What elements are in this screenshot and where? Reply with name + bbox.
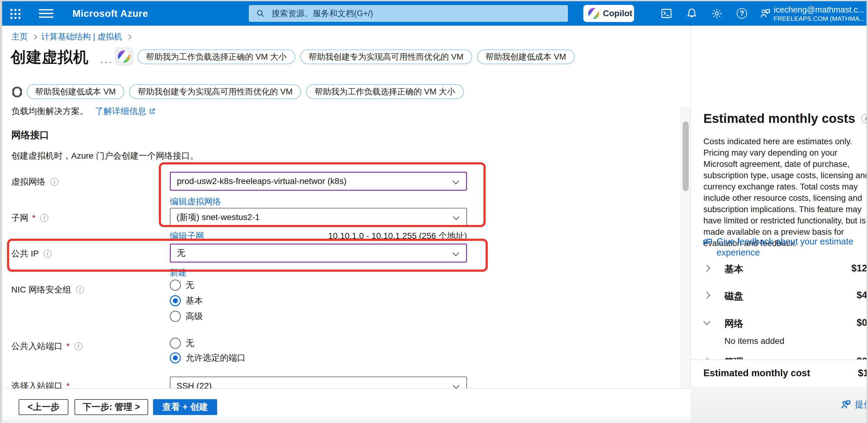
next-step-button[interactable]: 下一步: 管理 > (74, 399, 148, 415)
info-icon[interactable]: i (76, 286, 84, 294)
chevron-down-icon[interactable] (703, 318, 710, 325)
search-input[interactable] (249, 5, 568, 22)
virtual-network-value: prod-usw2-k8s-freeleaps-virtual-networ (… (177, 176, 347, 186)
account-tenant: FREELEAPS.COM (MATHMA... (774, 15, 865, 22)
chevron-right-icon (126, 34, 132, 40)
inbound-ports-option-allow-selected[interactable]: 允许选定的端口 (170, 352, 246, 364)
feedback-person-icon (840, 399, 851, 410)
breadcrumb-home[interactable]: 主页 (11, 31, 28, 42)
estimated-costs-panel: Estimated monthly costs i Costs indicate… (690, 26, 868, 386)
virtual-network-dropdown[interactable]: prod-usw2-k8s-freeleaps-virtual-networ (… (170, 172, 467, 191)
cost-row-basic: 基本 $12.9 (691, 260, 868, 279)
learn-more-link[interactable]: 了解详细信息 (95, 107, 146, 116)
cost-row-amount: $4.8 (857, 290, 868, 301)
previous-step-button[interactable]: <上一步 (19, 399, 68, 415)
estimate-feedback-link[interactable]: Give feedback about your estimate experi… (703, 236, 861, 258)
copilot-chip[interactable]: 帮助我为工作负载选择正确的 VM 大小 (306, 84, 464, 99)
intro-text: 负载均衡解决方案。 (11, 107, 88, 116)
info-icon[interactable]: i (51, 178, 58, 186)
info-icon[interactable]: i (861, 114, 868, 123)
copilot-logo-icon (588, 8, 599, 19)
subnet-dropdown[interactable]: (新项) snet-westus2-1 (170, 208, 467, 227)
brand-title[interactable]: Microsoft Azure (72, 8, 148, 19)
form-scroll-area: 负载均衡解决方案。 了解详细信息 网络接口 创建虚拟机时，Azure 门户会创建… (2, 107, 681, 389)
nic-nsg-option-none[interactable]: 无 (170, 279, 194, 291)
chevron-down-icon (453, 214, 459, 220)
inbound-ports-option-none[interactable]: 无 (170, 337, 194, 349)
feedback-bubbles-icon (703, 236, 713, 247)
no-items-note: No items added (724, 336, 784, 346)
section-description: 创建虚拟机时，Azure 门户会创建一个网络接口。 (11, 150, 198, 162)
copilot-chip[interactable]: 帮助我创建低成本 VM (477, 50, 575, 64)
copilot-suggestion-row-second: 帮助我创建低成本 VM 帮助我创建专为实现高可用性而优化的 VM 帮助我为工作负… (27, 84, 464, 99)
subnet-label: 子网 * i (11, 212, 48, 224)
copilot-chip[interactable]: 帮助我创建低成本 VM (27, 84, 124, 99)
copilot-suggestion-row-top: 帮助我为工作负载选择正确的 VM 大小 帮助我创建专为实现高可用性而优化的 VM… (137, 50, 575, 64)
public-ip-label: 公共 IP i (11, 248, 52, 259)
cost-row-label: 磁盘 (724, 290, 743, 303)
account-email: icecheng@mathmast.c... (774, 5, 865, 15)
scrollbar-thumb[interactable] (683, 121, 689, 191)
help-icon[interactable]: ? (736, 7, 748, 20)
virtual-network-label: 虚拟网络 i (11, 176, 58, 188)
waffle-menu-icon[interactable] (9, 7, 21, 20)
copilot-chip[interactable]: 帮助我创建专为实现高可用性而优化的 VM (129, 84, 301, 99)
copilot-chip[interactable]: 帮助我创建专为实现高可用性而优化的 VM (300, 50, 472, 64)
nic-nsg-option-advanced[interactable]: 高级 (170, 311, 203, 322)
create-new-public-ip-link[interactable]: 新建 (170, 267, 187, 278)
cost-row-disks: 磁盘 $4.8 (691, 287, 868, 306)
global-search (249, 5, 568, 22)
chevron-down-icon (453, 382, 459, 389)
vertical-scrollbar[interactable] (681, 107, 690, 389)
cost-row-network: 网络 $0.0 (691, 315, 868, 333)
select-inbound-ports-dropdown[interactable]: SSH (22) (170, 376, 467, 389)
page-title: 创建虚拟机 (11, 47, 89, 67)
azure-portal-page: Microsoft Azure Copilot ? icec (0, 0, 868, 423)
select-inbound-ports-value: SSH (22) (177, 381, 212, 389)
section-heading: 网络接口 (11, 129, 49, 142)
info-icon[interactable]: i (74, 342, 83, 350)
chevron-right-icon[interactable] (703, 265, 710, 272)
external-link-icon (149, 107, 155, 114)
info-icon[interactable]: i (44, 250, 52, 258)
edit-virtual-network-link[interactable]: 编辑虚拟网络 (170, 196, 221, 207)
nic-nsg-option-basic[interactable]: 基本 (170, 295, 203, 307)
chevron-right-icon[interactable] (703, 292, 710, 299)
copilot-tile-button[interactable] (115, 47, 133, 66)
public-inbound-ports-label: 公共入站端口 * i (11, 340, 83, 352)
cloud-shell-icon[interactable] (660, 7, 673, 20)
estimated-total-footer: Estimated monthly cost $17 (691, 360, 868, 386)
account-info[interactable]: icecheng@mathmast.c... FREELEAPS.COM (MA… (774, 5, 865, 23)
nic-nsg-label: NIC 网络安全组 i (11, 284, 84, 295)
public-ip-value: 无 (177, 247, 185, 259)
copilot-outline-icon (11, 86, 24, 98)
info-icon[interactable]: i (40, 214, 48, 222)
total-label: Estimated monthly cost (703, 368, 810, 379)
more-options-icon[interactable]: ··· (100, 56, 113, 67)
select-inbound-ports-label: 选择入站端口 * (11, 380, 70, 389)
copilot-logo-icon (118, 51, 130, 63)
copilot-button[interactable]: Copilot (583, 5, 634, 22)
public-ip-dropdown[interactable]: 无 (170, 244, 467, 262)
review-create-button[interactable]: 查看 + 创建 (153, 399, 217, 415)
settings-gear-icon[interactable] (711, 7, 723, 20)
copilot-chip[interactable]: 帮助我为工作负载选择正确的 VM 大小 (137, 50, 295, 64)
chevron-down-icon (453, 178, 459, 184)
give-feedback-link[interactable]: 提供 (840, 399, 868, 411)
total-amount: $17 (858, 368, 868, 379)
required-marker: * (66, 341, 70, 351)
copilot-button-label: Copilot (603, 8, 632, 18)
cost-row-label: 基本 (724, 263, 743, 276)
breadcrumb-section[interactable]: 计算基础结构 | 虚拟机 (41, 31, 122, 42)
required-marker: * (32, 213, 35, 223)
breadcrumb: 主页 计算基础结构 | 虚拟机 (11, 31, 131, 42)
subnet-address-range: 10.10.1.0 - 10.10.1.255 (256 个地址) (170, 230, 467, 242)
feedback-person-icon[interactable] (759, 7, 771, 20)
required-marker: * (66, 381, 70, 389)
costs-disclaimer: Costs indicated here are estimates only.… (703, 136, 868, 249)
hamburger-menu-icon[interactable] (39, 7, 54, 20)
chevron-right-icon (32, 34, 37, 40)
search-icon (256, 9, 265, 18)
notifications-bell-icon[interactable] (686, 7, 698, 20)
bottom-right-area: 提供 (690, 386, 868, 423)
